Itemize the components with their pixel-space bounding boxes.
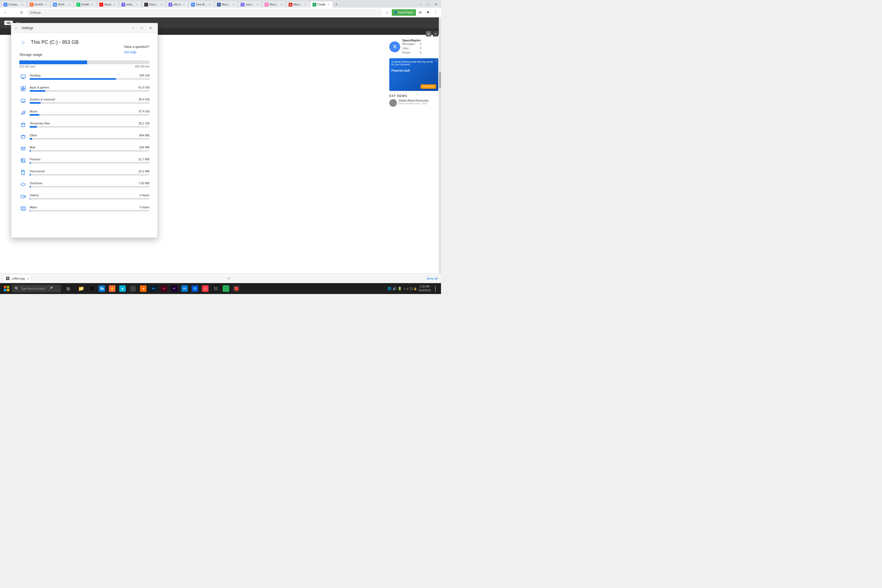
settings-minimize-button[interactable]: ─ (129, 25, 137, 31)
storage-item[interactable]: System & reserved 39.4 GB (20, 97, 150, 105)
tab-close-what[interactable]: ✕ (135, 3, 139, 6)
settings-back-button[interactable]: ← (14, 26, 19, 30)
tab-what[interactable]: Y what... ✕ (119, 1, 141, 8)
tab-close-health[interactable]: ✕ (90, 3, 94, 6)
storage-item[interactable]: Desktop 335 GB (20, 73, 150, 81)
ad-cta-button[interactable]: Try It Free (421, 84, 436, 89)
get-help-link[interactable]: Get help (124, 50, 150, 54)
tab-close-micro1[interactable]: ✕ (232, 3, 236, 6)
flag-icon[interactable]: ⚑ (424, 9, 431, 16)
storage-item[interactable]: OneDrive 7.00 MB (20, 181, 150, 188)
system-clock[interactable]: 1:26 AM 5/24/2019 (418, 285, 431, 292)
close-window-button[interactable]: ✕ (432, 2, 440, 8)
tab-micro2[interactable]: Y micro... ✕ (238, 1, 262, 8)
taskbar-unknown-4[interactable]: ⬛ (211, 284, 220, 294)
new-tab-button[interactable]: + (333, 1, 340, 8)
settings-window: ← Settings ─ □ ✕ ⌂ This PC (C:) - 953 GB (11, 23, 158, 238)
tab-about[interactable]: A About ✕ (97, 1, 119, 8)
storage-item-size: 39.4 GB (138, 98, 150, 101)
address-text: Settings (30, 11, 41, 14)
tab-compu[interactable]: C Compu... ✕ (1, 1, 27, 8)
grid-view-icon[interactable]: ⊞ (426, 31, 431, 36)
tab-mua[interactable]: M MUA... ✕ (51, 1, 74, 8)
tab-create[interactable]: C Create ✕ (310, 1, 333, 8)
tab-close-create[interactable]: ✕ (327, 3, 330, 6)
storage-item-icon-documents (20, 169, 27, 176)
storage-item[interactable]: Maps 0 bytes (20, 205, 150, 212)
tab-close-micro3[interactable]: ✕ (280, 3, 284, 6)
storage-item[interactable]: Temporary files 28.1 GB (20, 121, 150, 129)
tab-micro4[interactable]: G Micro... ✕ (286, 1, 310, 8)
tab-micro3[interactable]: M Micro... ✕ (262, 1, 286, 8)
storage-item[interactable]: Other 964 MB (20, 133, 150, 141)
taskbar-unknown-1[interactable]: ⚡ (107, 284, 117, 294)
tab-close-mua[interactable]: ✕ (68, 3, 71, 6)
storage-item[interactable]: Mail 256 MB (20, 145, 150, 153)
taskbar-unknown-3[interactable]: ⬛ (128, 284, 138, 294)
minimize-window-button[interactable]: ─ (417, 2, 424, 8)
storage-item[interactable]: Music 37.4 GB (20, 109, 150, 117)
taskbar-spotify[interactable]: 🎵 (221, 284, 231, 294)
forward-button[interactable]: → (10, 9, 17, 16)
spaceraptor-icon[interactable]: 👤 SpaceRaptor (392, 9, 416, 16)
taskbar-blue-app[interactable]: 🔷 (190, 284, 200, 294)
refresh-button[interactable]: ↻ (18, 9, 25, 16)
task-view-button[interactable]: ⊞ (63, 284, 73, 294)
tab-close-micro2[interactable]: ✕ (256, 3, 260, 6)
taskbar: 🔍 Type here to search 🎤 ⊞ 📁 ✉ 🛍 ⚡ ● (0, 283, 441, 294)
taskbar-unknown-2[interactable]: ● (118, 284, 128, 294)
mail-icon[interactable]: ✉ (417, 9, 424, 16)
svg-rect-8 (21, 99, 25, 102)
storage-item[interactable]: Apps & games 61.0 GB (20, 85, 150, 93)
settings-maximize-button[interactable]: □ (138, 25, 146, 31)
tab-close-howt[interactable]: ✕ (159, 3, 164, 6)
storage-item-size: 16.2 MB (138, 170, 150, 173)
restore-window-button[interactable]: □ (424, 2, 432, 8)
storage-item-bar-fill (30, 138, 32, 140)
tab-close-about[interactable]: ✕ (112, 3, 116, 6)
storage-item-size: 37.4 GB (138, 110, 150, 113)
taskbar-apple-music[interactable]: ♫ (200, 284, 210, 294)
volume-icon[interactable]: 🔊 (393, 286, 397, 291)
taskbar-file-explorer[interactable]: 📁 (76, 284, 86, 294)
download-bar-close-button[interactable]: ✕ (227, 277, 230, 280)
taskbar-unknown-5[interactable]: 🔴 (231, 284, 241, 294)
tab-howt[interactable]: ⬛ How t... ✕ (142, 1, 166, 8)
storage-item[interactable]: Documents 16.2 MB (20, 169, 150, 176)
tab-close-micro4[interactable]: ✕ (303, 3, 308, 6)
taskbar-adobe-ai[interactable]: Ai (138, 284, 148, 294)
taskbar-search-box[interactable]: 🔍 Type here to search 🎤 (12, 285, 61, 292)
list-view-icon[interactable]: ≡ (433, 31, 438, 36)
taskbar-photoshop[interactable]: Ps (148, 284, 158, 294)
taskbar-vscode[interactable]: VS (180, 284, 189, 294)
tab-close-compu[interactable]: ✕ (21, 3, 24, 6)
bookmark-icon[interactable]: ☆ (384, 9, 391, 16)
storage-item[interactable]: Videos 0 bytes (20, 193, 150, 200)
show-all-button[interactable]: Show all (426, 277, 438, 280)
taskbar-store-app[interactable]: 🛍 (97, 284, 107, 294)
start-button[interactable] (2, 284, 11, 293)
storage-item[interactable]: Pictures 31.7 MB (20, 157, 150, 164)
tab-close-howm[interactable]: ✕ (208, 3, 212, 6)
tab-micro1[interactable]: f Micro... ✕ (214, 1, 238, 8)
battery-icon[interactable]: 🔋 (398, 286, 402, 291)
scrollbar-thumb[interactable] (439, 72, 441, 88)
address-bar[interactable]: Settings (27, 9, 382, 16)
taskbar-indesign[interactable]: Id (159, 284, 169, 294)
show-desktop-button[interactable]: │ (432, 284, 439, 294)
tab-close-anothe[interactable]: ✕ (44, 3, 48, 6)
tab-why[interactable]: Y why is ✕ (166, 1, 188, 8)
network-icon[interactable]: 🌐 (387, 286, 392, 291)
tab-health[interactable]: H Health ✕ (74, 1, 97, 8)
tab-close-why[interactable]: ✕ (182, 3, 186, 6)
extensions-menu[interactable]: ⋮ (432, 9, 439, 16)
back-button[interactable]: ← (2, 9, 9, 16)
taskbar-mail-app[interactable]: ✉ (87, 284, 96, 294)
scrollbar-track[interactable] (439, 17, 441, 273)
settings-close-button[interactable]: ✕ (147, 25, 154, 31)
tab-anothe[interactable]: A Anothe ✕ (27, 1, 51, 8)
taskbar-premiere[interactable]: Pr (170, 284, 179, 294)
microphone-icon[interactable]: 🎤 (47, 285, 54, 292)
tab-howm[interactable]: H How M... ✕ (189, 1, 214, 8)
download-chevron-icon[interactable]: ∧ (27, 277, 29, 280)
